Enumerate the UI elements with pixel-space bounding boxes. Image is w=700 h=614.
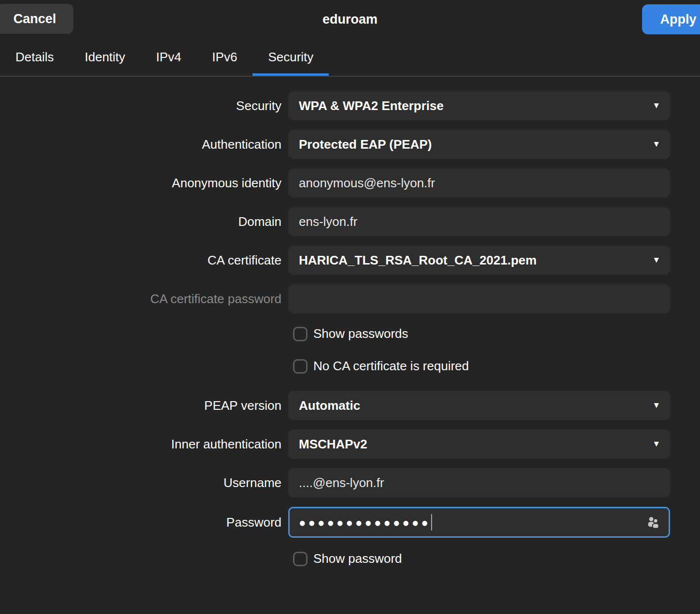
- tab-bar: Details Identity IPv4 IPv6 Security: [0, 39, 700, 77]
- domain-input[interactable]: [288, 207, 670, 236]
- show-passwords-label: Show passwords: [313, 326, 408, 341]
- username-row: Username: [0, 468, 700, 497]
- chevron-down-icon: ▼: [652, 101, 660, 111]
- peap-version-label: PEAP version: [0, 398, 281, 413]
- ca-certificate-dropdown-value: HARICA_TLS_RSA_Root_CA_2021.pem: [299, 253, 537, 268]
- ca-certificate-password-label: CA certificate password: [0, 292, 281, 307]
- chevron-down-icon: ▼: [652, 255, 660, 265]
- users-icon[interactable]: [644, 514, 662, 531]
- security-label: Security: [0, 98, 281, 113]
- inner-authentication-dropdown-value: MSCHAPv2: [299, 437, 367, 452]
- no-ca-required-label: No CA certificate is required: [313, 359, 469, 374]
- no-ca-required-checkbox[interactable]: [293, 359, 308, 374]
- domain-label: Domain: [0, 214, 281, 229]
- authentication-dropdown-value: Protected EAP (PEAP): [299, 137, 432, 152]
- security-row: Security WPA & WPA2 Enterprise ▼: [0, 91, 700, 120]
- tab-security[interactable]: Security: [252, 39, 329, 76]
- ca-certificate-label: CA certificate: [0, 253, 281, 268]
- password-label: Password: [0, 515, 281, 530]
- domain-row: Domain: [0, 207, 700, 236]
- tab-details[interactable]: Details: [0, 39, 69, 76]
- peap-version-dropdown-value: Automatic: [299, 398, 360, 413]
- security-form: Security WPA & WPA2 Enterprise ▼ Authent…: [0, 77, 700, 566]
- peap-version-dropdown[interactable]: Automatic ▼: [288, 391, 670, 420]
- show-password-checkbox-row[interactable]: Show password: [293, 551, 700, 566]
- security-dropdown[interactable]: WPA & WPA2 Enterprise ▼: [288, 91, 670, 120]
- anonymous-identity-input[interactable]: [288, 168, 670, 197]
- peap-version-row: PEAP version Automatic ▼: [0, 391, 700, 420]
- tab-identity[interactable]: Identity: [69, 39, 140, 76]
- ca-certificate-row: CA certificate HARICA_TLS_RSA_Root_CA_20…: [0, 246, 700, 275]
- ca-certificate-password-row: CA certificate password: [0, 284, 700, 313]
- chevron-down-icon: ▼: [652, 401, 660, 410]
- ca-certificate-dropdown[interactable]: HARICA_TLS_RSA_Root_CA_2021.pem ▼: [288, 246, 670, 275]
- password-input[interactable]: ●●●●●●●●●●●●●●: [288, 507, 670, 538]
- ca-certificate-password-input[interactable]: [288, 284, 670, 313]
- no-ca-required-checkbox-row[interactable]: No CA certificate is required: [293, 359, 700, 374]
- show-passwords-checkbox-row[interactable]: Show passwords: [293, 326, 700, 341]
- username-label: Username: [0, 475, 281, 490]
- show-password-label: Show password: [313, 551, 402, 566]
- security-dropdown-value: WPA & WPA2 Enterprise: [299, 98, 444, 113]
- authentication-row: Authentication Protected EAP (PEAP) ▼: [0, 130, 700, 159]
- chevron-down-icon: ▼: [652, 439, 660, 449]
- inner-authentication-label: Inner authentication: [0, 437, 281, 452]
- header-bar: Cancel eduroam Apply: [0, 0, 700, 39]
- apply-button[interactable]: Apply: [642, 4, 700, 34]
- username-input[interactable]: [288, 468, 670, 497]
- tab-ipv6[interactable]: IPv6: [196, 39, 252, 76]
- show-password-checkbox[interactable]: [293, 552, 308, 566]
- authentication-dropdown[interactable]: Protected EAP (PEAP) ▼: [288, 130, 670, 159]
- show-passwords-checkbox[interactable]: [293, 327, 308, 341]
- inner-authentication-row: Inner authentication MSCHAPv2 ▼: [0, 430, 700, 459]
- inner-authentication-dropdown[interactable]: MSCHAPv2 ▼: [288, 430, 670, 459]
- text-cursor: [431, 514, 432, 530]
- anonymous-identity-row: Anonymous identity: [0, 168, 700, 197]
- tab-ipv4[interactable]: IPv4: [140, 39, 196, 76]
- authentication-label: Authentication: [0, 137, 281, 152]
- chevron-down-icon: ▼: [652, 140, 660, 149]
- window-title: eduroam: [0, 0, 700, 39]
- password-row: Password ●●●●●●●●●●●●●●: [0, 507, 700, 538]
- cancel-button[interactable]: Cancel: [0, 4, 73, 34]
- anonymous-identity-label: Anonymous identity: [0, 176, 281, 191]
- password-masked-value: ●●●●●●●●●●●●●●: [299, 517, 431, 529]
